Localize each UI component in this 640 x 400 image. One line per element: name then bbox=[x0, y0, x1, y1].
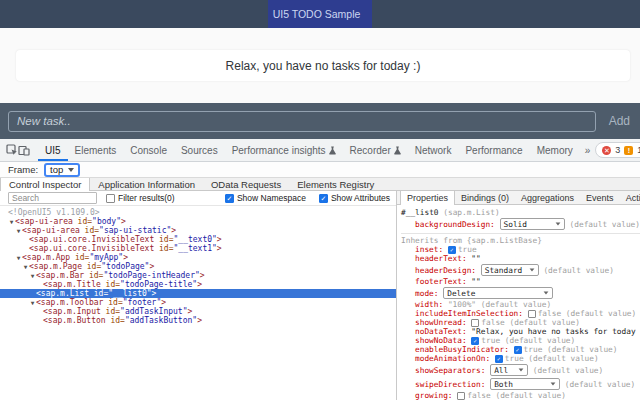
subtab-control-inspector[interactable]: Control Inspector bbox=[0, 178, 90, 191]
tree-node-body[interactable]: ▼<sap-ui-area id="body"> bbox=[0, 217, 396, 226]
device-toolbar-icon[interactable] bbox=[18, 139, 30, 161]
devtools-tab-console[interactable]: Console bbox=[123, 139, 174, 161]
property-name: modeAnimationOn: bbox=[415, 354, 490, 363]
tree-node-__text1[interactable]: <sap.ui.core.InvisibleText id="__text1"> bbox=[0, 244, 396, 253]
prop-tab-bindings-0-[interactable]: Bindings (0) bbox=[455, 191, 515, 204]
devtools-tabbar: UI5ElementsConsoleSourcesPerformance ins… bbox=[0, 139, 640, 162]
tree-node-addTaskInput[interactable]: <sap.m.Input id="addTaskInput"> bbox=[0, 307, 396, 316]
property-row-includeItemInSelection: includeItemInSelection: false (default v… bbox=[401, 309, 640, 318]
inspect-highlight-overlay: UI5 TODO Sample bbox=[268, 0, 373, 28]
property-value: true bbox=[481, 336, 500, 345]
tree-node-__text0[interactable]: <sap.ui.core.InvisibleText id="__text0"> bbox=[0, 235, 396, 244]
tree-tag-close: > bbox=[188, 307, 193, 316]
expand-arrow-icon[interactable]: ▼ bbox=[22, 262, 29, 271]
tree-node-addTaskButton[interactable]: <sap.m.Button id="addTaskButton"> bbox=[0, 316, 396, 325]
tree-node-todoPage-title[interactable]: <sap.m.Title id="todoPage-title"> bbox=[0, 280, 396, 289]
tree-tag-close: > bbox=[197, 280, 202, 289]
subtab-application-information[interactable]: Application Information bbox=[90, 178, 203, 190]
default-value-label: (default value) bbox=[565, 220, 640, 229]
subtab-odata-requests[interactable]: OData Requests bbox=[203, 178, 289, 190]
tree-node-__list0[interactable]: <sap.m.List id="__list0"> bbox=[0, 289, 396, 298]
devtools-tab-performance-insights[interactable]: Performance insights bbox=[225, 139, 343, 161]
devtools-tab-memory[interactable]: Memory bbox=[530, 139, 580, 161]
filter-results-checkbox-group[interactable]: Filter results(0) bbox=[106, 193, 175, 203]
frame-selector-row: Frame: top bbox=[0, 162, 640, 178]
expand-arrow-icon[interactable]: ▼ bbox=[29, 298, 36, 307]
devtools-tab-recorder[interactable]: Recorder bbox=[343, 139, 408, 161]
tree-attr-value: "footer" bbox=[123, 298, 162, 307]
default-value-label: (default value) bbox=[505, 318, 580, 327]
property-name: backgroundDesign: bbox=[415, 220, 495, 229]
search-input[interactable]: Search bbox=[8, 192, 97, 204]
new-task-placeholder: New task.. bbox=[17, 115, 71, 127]
prop-tab-aggregations[interactable]: Aggregations bbox=[515, 191, 580, 204]
prop-tab-properties[interactable]: Properties bbox=[400, 191, 455, 205]
property-select-swipeDirection[interactable]: Both bbox=[490, 378, 560, 390]
show-attributes-checkbox[interactable] bbox=[319, 194, 328, 203]
tree-node-myApp[interactable]: ▼<sap.m.App id="myApp"> bbox=[0, 253, 396, 262]
property-checkbox-growing[interactable] bbox=[457, 392, 465, 400]
frame-select[interactable]: top bbox=[44, 163, 80, 177]
tree-tag: <sap.m.Input bbox=[43, 307, 101, 316]
default-value-label: (default value) bbox=[528, 366, 603, 375]
prop-tab-actions[interactable]: Actions bbox=[620, 191, 640, 204]
properties-tabs: PropertiesBindings (0)AggregationsEvents… bbox=[397, 191, 640, 205]
property-select-backgroundDesign[interactable]: Solid bbox=[500, 218, 565, 230]
property-checkbox-enableBusyIndicator[interactable] bbox=[514, 346, 522, 354]
tree-attr: id= bbox=[154, 235, 173, 244]
inspect-element-icon[interactable] bbox=[6, 139, 18, 161]
expand-arrow-icon[interactable]: ▼ bbox=[8, 217, 15, 226]
tree-attr: id= bbox=[73, 217, 92, 226]
show-attributes-checkbox-group[interactable]: Show Attributes bbox=[319, 193, 390, 203]
expand-arrow-icon[interactable]: ▼ bbox=[29, 271, 36, 280]
devtools-tab-ui5[interactable]: UI5 bbox=[38, 139, 68, 161]
property-checkbox-inset[interactable] bbox=[448, 246, 456, 254]
search-placeholder: Search bbox=[12, 193, 39, 203]
devtools-tab-performance[interactable]: Performance bbox=[458, 139, 529, 161]
expand-arrow-icon[interactable]: ▼ bbox=[15, 253, 22, 262]
expand-arrow-icon[interactable]: ▼ bbox=[15, 226, 22, 235]
show-namespace-label: Show Namespace bbox=[237, 193, 306, 203]
add-task-button[interactable]: Add bbox=[609, 114, 630, 128]
property-value: "" bbox=[471, 277, 480, 286]
devtools-tab-label: Performance bbox=[465, 145, 522, 156]
selected-control-id: #__list0 bbox=[401, 208, 439, 217]
devtools-tabs: UI5ElementsConsoleSourcesPerformance ins… bbox=[38, 139, 580, 161]
tree-node-footer[interactable]: ▼<sap.m.Toolbar id="footer"> bbox=[0, 298, 396, 307]
property-checkbox-modeAnimationOn[interactable] bbox=[495, 355, 503, 363]
show-namespace-checkbox-group[interactable]: Show Namespace bbox=[225, 193, 306, 203]
property-checkbox-includeItemInSelection[interactable] bbox=[528, 310, 536, 318]
more-tabs-icon[interactable]: » bbox=[580, 145, 596, 156]
chevron-down-icon bbox=[551, 382, 556, 385]
property-select-showSeparators[interactable]: All bbox=[490, 364, 528, 376]
property-select-mode[interactable]: Delete bbox=[443, 287, 553, 299]
new-task-input[interactable]: New task.. bbox=[8, 111, 596, 132]
default-value-label: (default value) bbox=[542, 345, 617, 354]
tree-node-todoPage[interactable]: ▼<sap.m.Page id="todoPage"> bbox=[0, 262, 396, 271]
tree-tag-close: > bbox=[197, 316, 202, 325]
property-checkbox-showNoData[interactable] bbox=[471, 337, 479, 345]
tree-node-todoPage-intHeader[interactable]: ▼<sap.m.Bar id="todoPage-intHeader"> bbox=[0, 271, 396, 280]
devtools-tab-label: UI5 bbox=[45, 145, 61, 156]
filter-results-checkbox[interactable] bbox=[106, 194, 115, 203]
property-row-growing: growing: false (default value) bbox=[401, 391, 640, 400]
tree-node-sap-ui-static[interactable]: ▼<sap-ui-area id="sap-ui-static"> bbox=[0, 226, 396, 235]
subtab-elements-registry[interactable]: Elements Registry bbox=[289, 178, 382, 190]
property-name: growing: bbox=[415, 391, 453, 400]
show-namespace-checkbox[interactable] bbox=[225, 194, 234, 203]
devtools-tab-sources[interactable]: Sources bbox=[174, 139, 225, 161]
devtools-tab-network[interactable]: Network bbox=[408, 139, 459, 161]
property-select-headerDesign[interactable]: Standard bbox=[481, 264, 539, 276]
filter-results-label: Filter results(0) bbox=[118, 193, 175, 203]
console-badges[interactable]: ✕ 3 ! 1 bbox=[595, 142, 640, 158]
default-value-label: (default value) bbox=[500, 336, 575, 345]
prop-tab-events[interactable]: Events bbox=[580, 191, 620, 204]
property-row-showNoData: showNoData: true (default value) bbox=[401, 336, 640, 345]
property-row-footerText: footerText: "" bbox=[401, 277, 640, 286]
tree-attr-value: "__list0" bbox=[108, 289, 151, 298]
devtools-tab-elements[interactable]: Elements bbox=[68, 139, 124, 161]
property-value: "Relax, you have no tasks for today :)" bbox=[471, 327, 640, 336]
property-checkbox-showUnread[interactable] bbox=[471, 319, 479, 327]
properties-pane: PropertiesBindings (0)AggregationsEvents… bbox=[397, 191, 640, 400]
tree-tag: <sap.m.Bar bbox=[36, 271, 84, 280]
